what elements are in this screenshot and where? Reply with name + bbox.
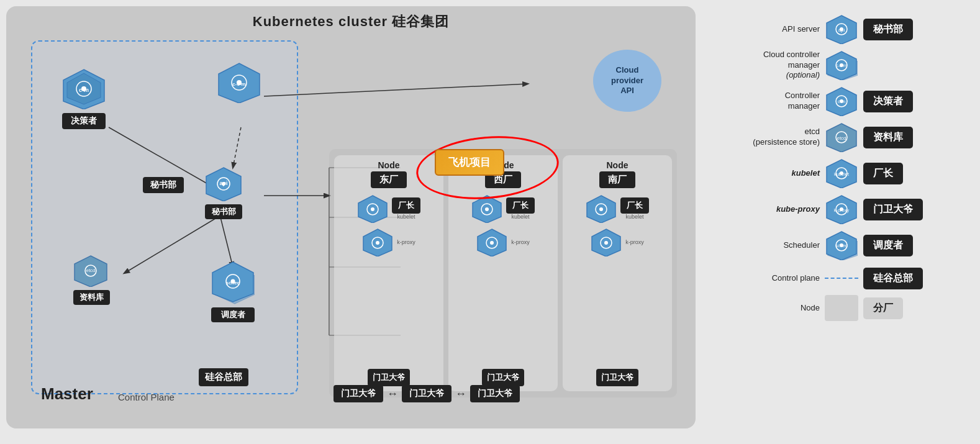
gate-south-bottom: 门卫大爷	[470, 385, 520, 402]
master-label: Master	[41, 384, 93, 404]
svg-line-10	[264, 84, 528, 96]
legend-scheduler-icon: sched	[825, 229, 858, 262]
control-plane-dashed-line	[825, 278, 858, 279]
api-side-label: 秘书部	[143, 177, 184, 193]
svg-point-41	[485, 207, 489, 211]
node-south-badge: 南厂	[599, 171, 635, 188]
gate-east-bottom: 门卫大爷	[333, 385, 383, 402]
legend-row-api: API server api 秘书部	[708, 12, 963, 46]
svg-point-63	[840, 99, 843, 103]
gate-west-bottom: 门卫大爷	[402, 385, 451, 402]
svg-point-32	[231, 279, 235, 284]
flying-project-badge: 飞机项目	[435, 149, 504, 176]
legend-node-badge: 分厂	[863, 297, 903, 319]
svg-point-24	[222, 182, 225, 186]
legend-cm-icon: c-m	[825, 84, 858, 118]
svg-point-15	[81, 86, 86, 91]
api-label: 秘书部	[205, 204, 242, 219]
svg-point-54	[840, 27, 843, 31]
etcd-label: 资料库	[73, 290, 110, 305]
ccm-component: c-c-m	[217, 62, 261, 106]
legend-kubelet-icon: kubelet	[825, 156, 858, 190]
legend-row-etcd: etcd(persistence store) etcd 资料库	[708, 120, 963, 154]
svg-point-38	[376, 241, 379, 245]
gate-row: 门卫大爷 ↔ 门卫大爷 ↔ 门卫大爷	[333, 385, 675, 402]
legend-row-ccm: Cloud controllermanager(optional) c-c-m	[708, 48, 963, 82]
legend-kube-proxy-icon: k-proxy	[825, 193, 858, 226]
api-component: api 秘书部	[205, 166, 242, 219]
legend-control-plane-term: Control plane	[708, 273, 820, 284]
legend-row-scheduler: Scheduler sched 调度者	[708, 229, 963, 262]
legend-node-square	[825, 295, 858, 321]
legend-cm-badge: 决策者	[863, 91, 913, 112]
legend-row-cm: Controllermanager c-m 决策者	[708, 84, 963, 118]
legend-api-badge: 秘书部	[863, 19, 913, 40]
gate-south-label: 门卫大爷	[596, 369, 638, 386]
svg-text:etcd: etcd	[86, 268, 95, 273]
kubelet-west-label: 厂长	[506, 197, 535, 214]
legend-etcd-badge: 资料库	[863, 127, 913, 148]
gate-west-label: 门卫大爷	[482, 369, 524, 386]
legend-scheduler-badge: 调度者	[863, 235, 913, 256]
node-west: Node 西厂 厂长 kubelet	[448, 155, 558, 391]
legend-api-term: API server	[708, 24, 820, 35]
main-container: Kubernetes cluster 硅谷集团 CloudproviderAPI…	[0, 0, 980, 444]
svg-point-50	[604, 241, 608, 245]
legend-kube-proxy-badge: 门卫大爷	[863, 199, 923, 220]
cluster-diagram: Kubernetes cluster 硅谷集团 CloudproviderAPI…	[6, 6, 696, 428]
legend-kubelet-term: kubelet	[708, 168, 820, 179]
etcd-component: etcd 资料库	[73, 255, 110, 305]
svg-point-59	[840, 63, 843, 67]
node-east: Node 东厂 厂长 kubelet	[334, 155, 443, 391]
legend-row-kube-proxy: kube-proxy k-proxy 门卫大爷	[708, 193, 963, 226]
svg-point-70	[840, 171, 843, 175]
legend-ccm-term: Cloud controllermanager(optional)	[708, 50, 820, 81]
legend-cm-term: Controllermanager	[708, 91, 820, 112]
svg-point-79	[840, 243, 843, 247]
legend-ccm-icon: c-c-m	[825, 48, 858, 82]
sched-component: sched 调度者	[211, 261, 255, 322]
sched-label: 调度者	[211, 307, 255, 322]
legend-panel: API server api 秘书部 Cloud controllermanag…	[702, 6, 969, 428]
kubelet-east-label: 厂长	[392, 197, 420, 214]
svg-point-74	[840, 207, 843, 211]
legend-etcd-term: etcd(persistence store)	[708, 127, 820, 148]
kubelet-south-label: 厂长	[620, 197, 649, 214]
legend-row-node: Node 分厂	[708, 294, 963, 322]
gate-east-label: 门卫大爷	[368, 369, 410, 386]
legend-node-term: Node	[708, 303, 820, 314]
legend-scheduler-term: Scheduler	[708, 240, 820, 251]
node-east-title: Node	[378, 160, 400, 170]
svg-point-47	[599, 207, 603, 211]
cm-component: c-m 决策者	[62, 68, 106, 129]
svg-point-35	[371, 207, 374, 211]
cm-label: 决策者	[62, 113, 106, 129]
legend-control-plane-badge: 硅谷总部	[863, 268, 923, 289]
legend-etcd-icon: etcd	[825, 120, 858, 154]
legend-api-icon: api	[825, 12, 858, 46]
svg-point-20	[237, 80, 242, 85]
nodes-area: Node 东厂 厂长 kubelet	[329, 149, 677, 397]
legend-row-control-plane: Control plane 硅谷总部	[708, 265, 963, 292]
legend-kube-proxy-term: kube-proxy	[708, 204, 820, 215]
node-south-title: Node	[607, 160, 628, 170]
legend-row-kubelet: kubelet kubelet 厂长	[708, 156, 963, 190]
master-badge: 硅谷总部	[199, 368, 248, 386]
node-south: Node 南厂 厂长 kubelet	[563, 155, 672, 391]
control-plane-label: Control Plane	[118, 392, 175, 402]
node-east-badge: 东厂	[371, 171, 407, 188]
svg-point-44	[490, 241, 494, 245]
cloud-provider-bubble: CloudproviderAPI	[593, 50, 661, 112]
cluster-title: Kubernetes cluster 硅谷集团	[12, 12, 689, 31]
svg-text:etcd: etcd	[837, 135, 846, 141]
legend-kubelet-badge: 厂长	[863, 163, 903, 184]
